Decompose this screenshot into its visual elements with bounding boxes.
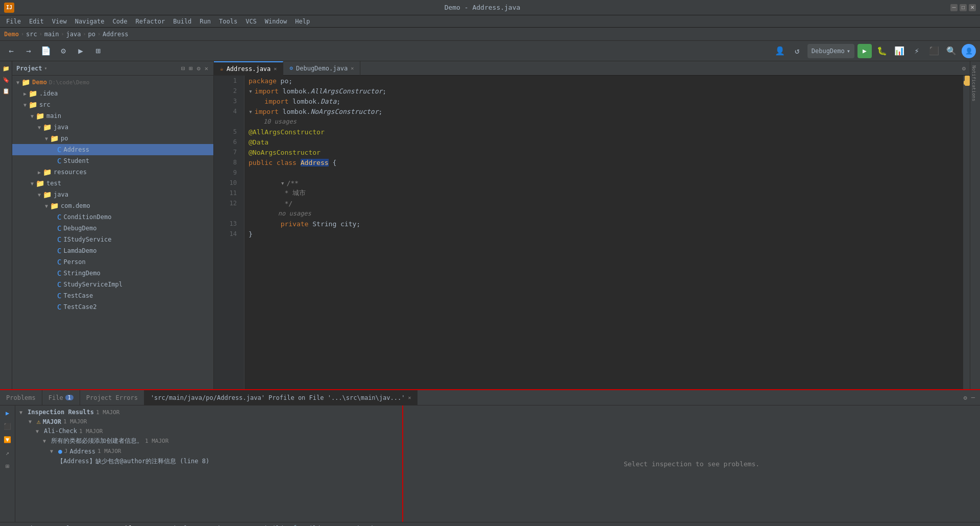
- breadcrumb-java[interactable]: java: [66, 31, 81, 38]
- user-icon[interactable]: 👤: [773, 44, 787, 58]
- jump-to-source-icon[interactable]: ↗: [2, 447, 13, 459]
- tree-item-student[interactable]: C Student: [12, 155, 213, 166]
- menu-item-view[interactable]: View: [48, 15, 71, 28]
- inspection-rule-header[interactable]: ▼ 所有的类都必须添加创建者信息。 1 MAJOR: [17, 436, 400, 446]
- run-config-dropdown[interactable]: DebugDemo ▾: [807, 44, 854, 58]
- run-config-button[interactable]: ▶: [74, 44, 88, 58]
- settings-button[interactable]: ⚙: [56, 44, 70, 58]
- forward-button[interactable]: →: [21, 44, 36, 58]
- bottom-tab-project-errors[interactable]: Project Errors: [80, 390, 144, 405]
- bottom-tab-problems[interactable]: Problems: [0, 390, 42, 405]
- menu-item-tools[interactable]: Tools: [215, 15, 241, 28]
- project-dropdown-icon[interactable]: ▾: [44, 65, 47, 71]
- bottom-settings-icon[interactable]: ⚙: [963, 393, 968, 402]
- tree-item-lamdademo[interactable]: C LamdaDemo: [12, 245, 213, 256]
- tree-item-address[interactable]: C Address: [12, 144, 213, 155]
- tree-item-src[interactable]: ▼ 📁 src: [12, 99, 213, 110]
- breadcrumb-demo[interactable]: Demo: [4, 31, 19, 38]
- terminal-button[interactable]: ▶ Terminal: [149, 523, 191, 527]
- stop-button[interactable]: ⬛: [927, 44, 941, 58]
- tree-item-istudyservice[interactable]: C IStudyService: [12, 234, 213, 245]
- editor-settings-icon[interactable]: ⚙: [958, 65, 970, 72]
- menu-item-help[interactable]: Help: [291, 15, 314, 28]
- avatar[interactable]: 👤: [962, 44, 976, 58]
- tab-close-debugdemo[interactable]: ✕: [351, 65, 354, 71]
- debug-button[interactable]: 🐛: [875, 44, 889, 58]
- tree-item-person[interactable]: C Person: [12, 256, 213, 268]
- services-button[interactable]: ⚙ Services: [193, 523, 236, 527]
- menu-item-refactor[interactable]: Refactor: [131, 15, 169, 28]
- expand-button[interactable]: ⊞: [91, 44, 105, 58]
- profile-button[interactable]: ⚡: [910, 44, 924, 58]
- tree-item-stringdemo[interactable]: C StringDemo: [12, 268, 213, 279]
- maximize-button[interactable]: □: [960, 4, 967, 11]
- recent-files-button[interactable]: 📄: [39, 44, 53, 58]
- minimize-button[interactable]: ─: [950, 4, 958, 11]
- tree-item-com-demo[interactable]: ▼ 📁 com.demo: [12, 200, 213, 211]
- inspection-message-row[interactable]: 【Address】缺少包含@author的注释信息 (line 8): [17, 456, 400, 467]
- scrollbar-gutter[interactable]: [963, 76, 970, 389]
- dependencies-button[interactable]: ⋮ Dependencies: [325, 523, 385, 527]
- stop-inspection-icon[interactable]: ⬛: [2, 421, 13, 432]
- expand-all-icon[interactable]: ⊞: [2, 461, 13, 472]
- breadcrumb-po[interactable]: po: [88, 31, 95, 38]
- inspection-major-header[interactable]: ▼ ⚠ MAJOR 1 MAJOR: [17, 417, 400, 426]
- tree-item-conditiondemo[interactable]: C ConditionDemo: [12, 211, 213, 223]
- bottom-tab-profile[interactable]: 'src/main/java/po/Address.java' Profile …: [144, 390, 418, 405]
- bookmark-icon[interactable]: 🔖: [1, 75, 11, 85]
- tree-item-main[interactable]: ▼ 📁 main: [12, 110, 213, 122]
- notifications-panel-toggle[interactable]: Notifications: [970, 61, 980, 105]
- project-sidebar-icon[interactable]: 📁: [1, 63, 11, 74]
- version-control-button[interactable]: ⎇ Version Control: [2, 523, 74, 527]
- bottom-tab-file[interactable]: File 1: [42, 390, 80, 405]
- tree-item-debugdemo[interactable]: C DebugDemo: [12, 223, 213, 234]
- tree-item-test[interactable]: ▼ 📁 test: [12, 178, 213, 189]
- tree-item-idea[interactable]: ▶ 📁 .idea: [12, 88, 213, 99]
- inspection-file-row[interactable]: ▼ ● J Address 1 MAJOR: [17, 446, 400, 456]
- menu-item-code[interactable]: Code: [109, 15, 132, 28]
- tree-item-test-java[interactable]: ▼ 📁 java: [12, 189, 213, 200]
- collapse-all-icon[interactable]: ⊟: [180, 64, 186, 73]
- tree-item-testcase2[interactable]: C TestCase2: [12, 301, 213, 313]
- back-button[interactable]: ←: [4, 44, 18, 58]
- breadcrumb-src[interactable]: src: [26, 31, 37, 38]
- tree-item-demo[interactable]: ▼ 📁 Demo D:\code\Demo: [12, 77, 213, 88]
- hide-panel-icon[interactable]: ✕: [204, 64, 209, 73]
- tree-item-testcase[interactable]: C TestCase: [12, 290, 213, 301]
- structure-icon[interactable]: 📋: [1, 86, 11, 96]
- tab-address-java[interactable]: ☕ Address.java ✕: [214, 61, 283, 76]
- project-settings-icon[interactable]: ⚙: [196, 64, 202, 73]
- run-with-coverage-button[interactable]: 📊: [892, 44, 906, 58]
- menu-item-window[interactable]: Window: [261, 15, 291, 28]
- auto-build-button[interactable]: △ Auto-build: [237, 523, 287, 527]
- tree-item-po[interactable]: ▼ 📁 po: [12, 133, 213, 144]
- sync-with-editor-icon[interactable]: ⊞: [188, 64, 193, 73]
- menu-item-file[interactable]: File: [2, 15, 25, 28]
- menu-item-vcs[interactable]: VCS: [241, 15, 261, 28]
- breadcrumb-main[interactable]: main: [44, 31, 59, 38]
- menu-item-navigate[interactable]: Navigate: [71, 15, 109, 28]
- search-everywhere-button[interactable]: 🔍: [944, 44, 959, 58]
- problems-button[interactable]: ⚠ Problems: [105, 523, 148, 527]
- menu-item-build[interactable]: Build: [169, 15, 195, 28]
- bottom-tab-profile-close[interactable]: ✕: [408, 395, 411, 400]
- bottom-hide-icon[interactable]: ─: [970, 393, 976, 402]
- breadcrumb-address[interactable]: Address: [103, 31, 129, 38]
- tree-item-resources[interactable]: ▶ 📁 resources: [12, 166, 213, 178]
- tree-item-studyserviceimpl[interactable]: C StudyServiceImpl: [12, 279, 213, 290]
- run-inspection-icon[interactable]: ▶: [2, 408, 13, 419]
- inspection-results-header[interactable]: ▼ Inspection Results 1 MAJOR: [17, 408, 400, 417]
- tab-close-address[interactable]: ✕: [274, 66, 277, 71]
- close-button[interactable]: ✕: [969, 4, 976, 11]
- build-button[interactable]: 🔨 Build: [288, 523, 324, 527]
- code-content[interactable]: package po; ▾ import lombok. AllArgsCons…: [244, 76, 963, 389]
- filter-icon[interactable]: 🔽: [2, 434, 13, 445]
- tab-debugdemo-java[interactable]: ⚙ DebugDemo.java ✕: [283, 61, 360, 76]
- inspection-alicheck-header[interactable]: ▼ Ali-Check 1 MAJOR: [17, 426, 400, 436]
- menu-item-run[interactable]: Run: [195, 15, 215, 28]
- tree-item-java[interactable]: ▼ 📁 java: [12, 122, 213, 133]
- menu-item-edit[interactable]: Edit: [25, 15, 48, 28]
- sync-button[interactable]: ↺: [790, 44, 804, 58]
- run-button[interactable]: ▶: [857, 44, 872, 58]
- todo-button[interactable]: ≡ TODO: [75, 523, 104, 527]
